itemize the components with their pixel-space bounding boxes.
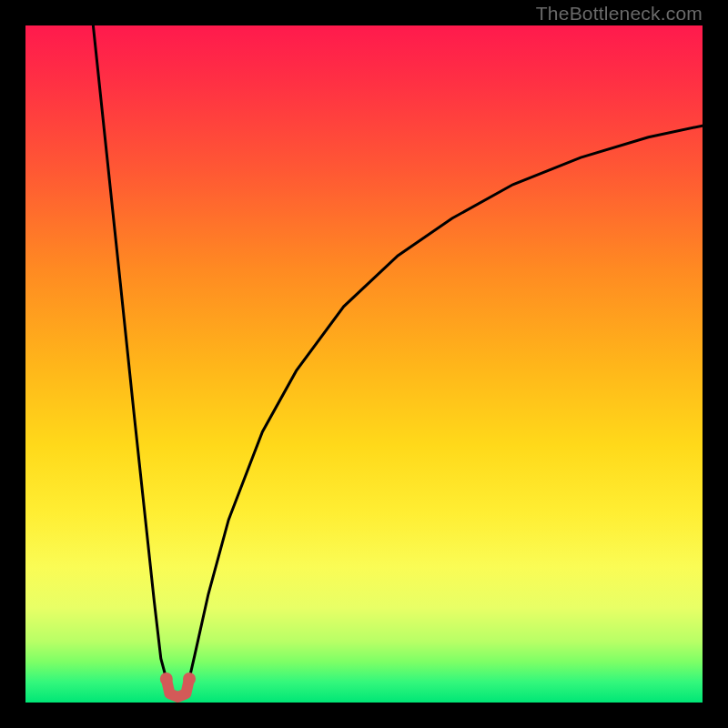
right-branch-curve xyxy=(189,126,703,679)
u-floor-marker xyxy=(160,672,173,685)
u-floor-marker xyxy=(183,672,196,685)
chart-curves-svg xyxy=(25,25,703,703)
attribution-watermark: TheBottleneck.com xyxy=(536,3,703,25)
plot-area xyxy=(25,25,703,703)
left-branch-curve xyxy=(93,25,166,679)
chart-stage: TheBottleneck.com xyxy=(0,0,728,728)
